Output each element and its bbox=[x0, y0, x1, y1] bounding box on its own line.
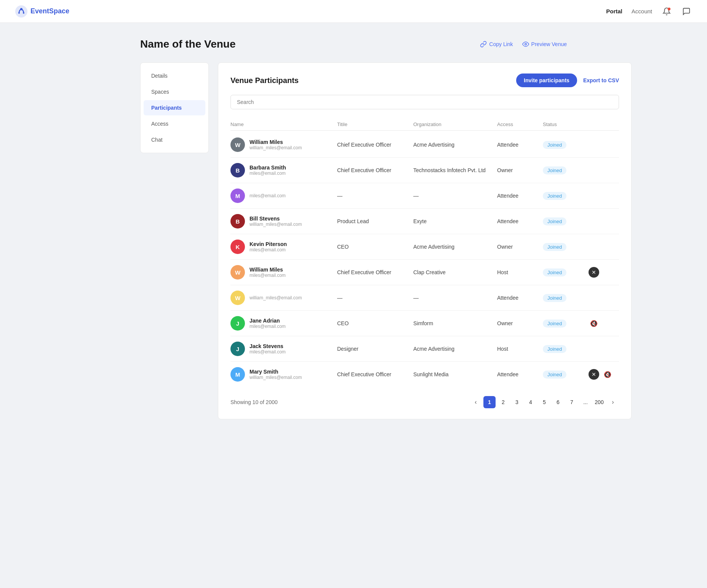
pagination-prev[interactable]: ‹ bbox=[470, 396, 482, 408]
pagination-page-200[interactable]: 200 bbox=[593, 396, 605, 408]
remove-participant-button[interactable]: ✕ bbox=[589, 267, 599, 278]
participant-name: Mary Smith bbox=[250, 369, 302, 375]
svg-point-5 bbox=[525, 43, 526, 45]
remove-participant-button[interactable]: ✕ bbox=[589, 369, 599, 380]
pagination-page-7[interactable]: 7 bbox=[566, 396, 578, 408]
preview-venue-button[interactable]: Preview Venue bbox=[522, 41, 567, 48]
participant-organization: Exyte bbox=[413, 218, 497, 224]
participant-organization: Acme Advertising bbox=[413, 142, 497, 148]
invite-participants-button[interactable]: Invite participants bbox=[516, 74, 577, 87]
participant-status: Joined bbox=[543, 320, 589, 328]
sidebar-item-access[interactable]: Access bbox=[144, 116, 205, 131]
participant-organization: Simform bbox=[413, 320, 497, 326]
participant-name: William Miles bbox=[250, 267, 286, 273]
participant-cell: M Mary Smith william_miles@email.com bbox=[230, 367, 337, 382]
export-csv-button[interactable]: Export to CSV bbox=[583, 77, 619, 83]
participant-access: Host bbox=[497, 269, 543, 275]
svg-point-2 bbox=[18, 12, 20, 14]
pagination-next[interactable]: › bbox=[607, 396, 619, 408]
col-actions bbox=[589, 121, 619, 127]
table-row: J Jane Adrian miles@email.com CEO Simfor… bbox=[230, 311, 619, 336]
col-access: Access bbox=[497, 121, 543, 127]
preview-venue-label: Preview Venue bbox=[531, 41, 567, 47]
participant-access: Host bbox=[497, 346, 543, 352]
main-panel: Venue Participants Invite participants E… bbox=[218, 62, 632, 419]
participant-info: Barbara Smith miles@email.com bbox=[250, 165, 286, 176]
sidebar-item-chat[interactable]: Chat bbox=[144, 132, 205, 147]
mute-participant-button[interactable]: 🔇 bbox=[602, 369, 613, 380]
participant-access: Attendee bbox=[497, 193, 543, 199]
portal-nav-link[interactable]: Portal bbox=[606, 8, 622, 14]
pagination-page-4[interactable]: 4 bbox=[525, 396, 537, 408]
participant-info: Mary Smith william_miles@email.com bbox=[250, 369, 302, 380]
participant-info: Jack Stevens miles@email.com bbox=[250, 343, 286, 355]
pagination-page-3[interactable]: 3 bbox=[511, 396, 523, 408]
pagination: ‹ 1 2 3 4 5 6 7 ... 200 › bbox=[470, 396, 619, 408]
participant-organization: — bbox=[413, 193, 497, 199]
participant-status: Joined bbox=[543, 294, 589, 302]
row-actions: ✕🔇 bbox=[589, 369, 619, 380]
mute-participant-button[interactable]: 🔇 bbox=[589, 318, 599, 329]
pagination-page-5[interactable]: 5 bbox=[538, 396, 550, 408]
participant-name: Kevin Piterson bbox=[250, 241, 287, 247]
avatar: W bbox=[230, 265, 245, 280]
participants-table: Name Titile Organization Access Status W… bbox=[230, 118, 619, 387]
participant-organization: Technostacks Infotech Pvt. Ltd bbox=[413, 167, 497, 173]
page-title: Name of the Venue bbox=[140, 38, 236, 50]
avatar: M bbox=[230, 189, 245, 203]
participant-cell: W William Miles william_miles@email.com bbox=[230, 137, 337, 152]
participant-name: Jane Adrian bbox=[250, 318, 286, 324]
participant-access: Owner bbox=[497, 320, 543, 326]
participant-title: CEO bbox=[337, 320, 413, 326]
participant-status: Joined bbox=[543, 243, 589, 251]
participant-email: william_miles@email.com bbox=[250, 145, 302, 150]
participant-status: Joined bbox=[543, 345, 589, 353]
participant-info: william_miles@email.com bbox=[250, 295, 302, 300]
participant-access: Attendee bbox=[497, 371, 543, 377]
participant-organization: — bbox=[413, 295, 497, 301]
status-badge: Joined bbox=[543, 217, 566, 225]
table-row: B Bill Stevens william_miles@email.com P… bbox=[230, 209, 619, 234]
chat-icon[interactable] bbox=[681, 6, 692, 17]
notifications-icon[interactable] bbox=[661, 6, 672, 17]
col-name: Name bbox=[230, 121, 337, 127]
participant-name: Bill Stevens bbox=[250, 216, 302, 222]
participant-email: miles@email.com bbox=[250, 247, 287, 252]
copy-link-button[interactable]: Copy Link bbox=[480, 41, 513, 48]
sidebar-item-participants[interactable]: Participants bbox=[144, 100, 205, 115]
participant-info: miles@email.com bbox=[250, 193, 286, 198]
participant-status: Joined bbox=[543, 371, 589, 379]
pagination-page-6[interactable]: 6 bbox=[552, 396, 564, 408]
participant-title: Chief Executive Officer bbox=[337, 269, 413, 275]
participants-rows: W William Miles william_miles@email.com … bbox=[230, 132, 619, 387]
avatar: B bbox=[230, 163, 245, 177]
participant-email: miles@email.com bbox=[250, 171, 286, 176]
navbar-right: Portal Account bbox=[606, 6, 692, 17]
avatar: W bbox=[230, 291, 245, 305]
participant-name: Barbara Smith bbox=[250, 165, 286, 171]
showing-text: Showing 10 of 2000 bbox=[230, 399, 278, 405]
brand-logo[interactable]: EventSpace bbox=[15, 5, 69, 18]
search-input[interactable] bbox=[230, 95, 619, 109]
pagination-page-1[interactable]: 1 bbox=[483, 396, 496, 408]
status-badge: Joined bbox=[543, 192, 566, 200]
participant-email: miles@email.com bbox=[250, 193, 286, 198]
account-nav-link[interactable]: Account bbox=[632, 8, 652, 14]
participant-organization: Sunlight Media bbox=[413, 371, 497, 377]
panel-title: Venue Participants bbox=[230, 76, 299, 85]
participant-status: Joined bbox=[543, 141, 589, 149]
page-content: Name of the Venue Copy Link Preview Venu… bbox=[125, 23, 582, 435]
pagination-page-2[interactable]: 2 bbox=[497, 396, 509, 408]
status-badge: Joined bbox=[543, 166, 566, 174]
layout: Details Spaces Participants Access Chat … bbox=[140, 62, 567, 419]
participant-status: Joined bbox=[543, 166, 589, 174]
participant-title: Designer bbox=[337, 346, 413, 352]
sidebar-item-spaces[interactable]: Spaces bbox=[144, 84, 205, 99]
table-row: W William Miles william_miles@email.com … bbox=[230, 132, 619, 158]
sidebar-item-details[interactable]: Details bbox=[144, 68, 205, 83]
status-badge: Joined bbox=[543, 371, 566, 379]
participant-cell: B Bill Stevens william_miles@email.com bbox=[230, 214, 337, 228]
participant-title: Product Lead bbox=[337, 218, 413, 224]
participant-email: miles@email.com bbox=[250, 273, 286, 278]
participant-cell: B Barbara Smith miles@email.com bbox=[230, 163, 337, 177]
